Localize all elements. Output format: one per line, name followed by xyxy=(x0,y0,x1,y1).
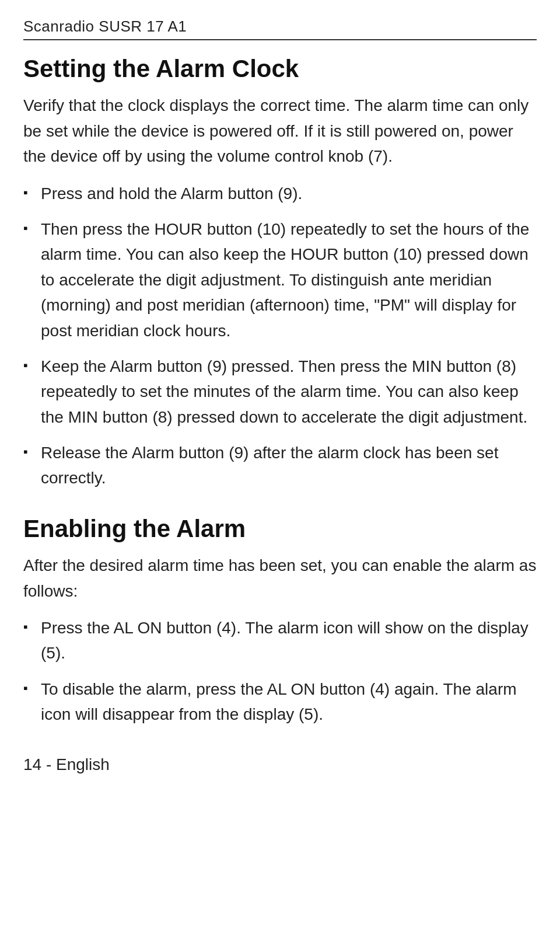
enabling-intro-text: After the desired alarm time has been se… xyxy=(23,553,537,604)
footer-text: 14 - English xyxy=(23,755,537,774)
setting-bullet-3: Keep the Alarm button (9) pressed. Then … xyxy=(23,354,537,430)
header-divider xyxy=(23,39,537,40)
enabling-bullet-1: Press the AL ON button (4). The alarm ic… xyxy=(23,615,537,666)
setting-alarm-heading: Setting the Alarm Clock xyxy=(23,54,537,83)
enabling-bullet-2: To disable the alarm, press the AL ON bu… xyxy=(23,677,537,727)
setting-bullet-list: Press and hold the Alarm button (9). The… xyxy=(23,181,537,491)
enabling-alarm-heading: Enabling the Alarm xyxy=(23,514,537,543)
document-title: Scanradio SUSR 17 A1 xyxy=(23,18,537,36)
setting-intro-text: Verify that the clock displays the corre… xyxy=(23,93,537,169)
enabling-bullet-list: Press the AL ON button (4). The alarm ic… xyxy=(23,615,537,727)
enabling-section: Enabling the Alarm After the desired ala… xyxy=(23,514,537,727)
setting-bullet-4: Release the Alarm button (9) after the a… xyxy=(23,440,537,491)
setting-bullet-2: Then press the HOUR button (10) repeated… xyxy=(23,217,537,343)
setting-bullet-1: Press and hold the Alarm button (9). xyxy=(23,181,537,206)
